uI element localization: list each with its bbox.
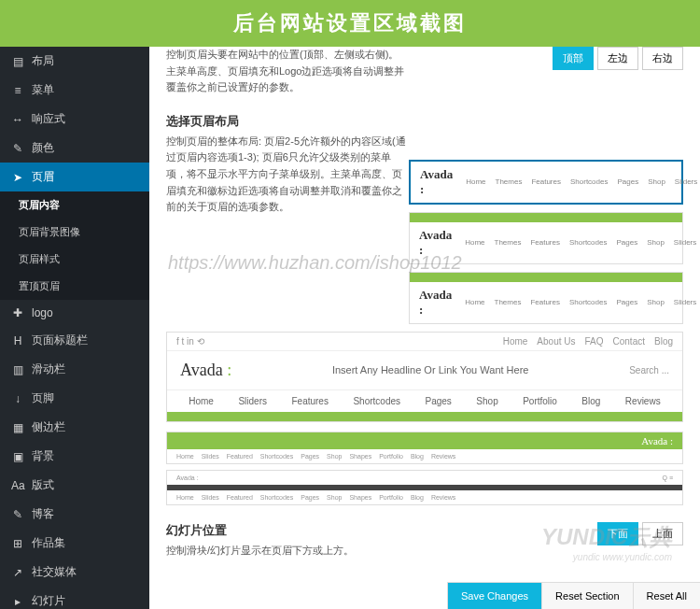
- header-preview-wide[interactable]: f t in ⟲ HomeAbout UsFAQContactBlog Avad…: [166, 332, 683, 422]
- menu-icon: ▸: [11, 595, 24, 608]
- header-position-section: 控制页眉头要在网站中的位置(顶部、左侧或右侧)。主菜单高度、页眉填充和Logo边…: [166, 47, 683, 96]
- sidebar-item-页眉背景图像[interactable]: 页眉背景图像: [0, 219, 149, 246]
- position-right-button[interactable]: 右边: [642, 47, 683, 70]
- sidebar-item-页眉内容[interactable]: 页眉内容: [0, 191, 149, 219]
- sidebar-item-页脚[interactable]: ↓页脚: [0, 384, 149, 413]
- menu-icon: ↔: [11, 113, 24, 126]
- menu-icon: ✚: [11, 306, 24, 319]
- sidebar-item-社交媒体[interactable]: ↗社交媒体: [0, 558, 149, 587]
- page-banner: 后台网站设置区域截图: [0, 0, 700, 47]
- header-preview-1[interactable]: Avada : HomeThemesFeaturesShortcodesPage…: [409, 160, 683, 205]
- sidebar-item-侧边栏[interactable]: ▦侧边栏: [0, 413, 149, 442]
- sidebar-item-页面标题栏[interactable]: H页面标题栏: [0, 326, 149, 355]
- slide-position-desc: 控制滑块/幻灯片显示在页眉下方或上方。: [166, 543, 409, 559]
- slide-position-title: 幻灯片位置: [166, 522, 579, 539]
- header-position-options: 顶部 左边 右边: [553, 47, 683, 70]
- menu-icon: ↓: [11, 392, 24, 405]
- menu-icon: ⊞: [11, 537, 24, 550]
- menu-icon: ▥: [11, 363, 24, 376]
- sidebar-item-logo[interactable]: ✚logo: [0, 300, 149, 326]
- header-layout-title: 选择页眉布局: [166, 113, 683, 130]
- sidebar-item-布局[interactable]: ▤布局: [0, 47, 149, 76]
- slide-position-options: 下面 上面: [597, 522, 683, 545]
- menu-icon: Aa: [11, 479, 24, 492]
- header-preview-3[interactable]: Avada : HomeThemesFeaturesShortcodesPage…: [409, 272, 683, 324]
- footer-actions: Save Changes Reset Section Reset All: [447, 582, 700, 609]
- save-changes-button[interactable]: Save Changes: [447, 583, 541, 609]
- main-layout: ▤布局≡菜单↔响应式✎颜色➤页眉页眉内容页眉背景图像页眉样式置顶页眉✚logoH…: [0, 47, 700, 609]
- header-layout-previews: Avada : HomeThemesFeaturesShortcodesPage…: [409, 160, 683, 324]
- header-preview-small-2[interactable]: Avada :Q ≡ HomeSlidesFeaturedShortcodesP…: [166, 470, 683, 505]
- content-area: 控制页眉头要在网站中的位置(顶部、左侧或右侧)。主菜单高度、页眉填充和Logo边…: [149, 47, 700, 609]
- sidebar-item-博客[interactable]: ✎博客: [0, 500, 149, 529]
- preview-search: Search ...: [629, 365, 669, 375]
- preview-brand-large: Avada :: [180, 361, 231, 380]
- header-preview-small-1[interactable]: Avada : HomeSlidesFeaturedShortcodesPage…: [166, 432, 683, 464]
- preview-brand: Avada :: [419, 228, 452, 258]
- settings-sidebar: ▤布局≡菜单↔响应式✎颜色➤页眉页眉内容页眉背景图像页眉样式置顶页眉✚logoH…: [0, 47, 149, 609]
- header-layout-desc: 控制页眉的整体布局: 页眉2-5允许额外的内容区域(通过页眉内容选项1-3); …: [166, 134, 409, 216]
- sidebar-item-菜单[interactable]: ≡菜单: [0, 76, 149, 105]
- sidebar-item-背景[interactable]: ▣背景: [0, 442, 149, 471]
- menu-icon: ✎: [11, 508, 24, 521]
- slide-below-button[interactable]: 下面: [597, 522, 638, 545]
- slide-position-section: 幻灯片位置 控制滑块/幻灯片显示在页眉下方或上方。 下面 上面: [166, 522, 683, 559]
- preview-brand: Avada :: [420, 167, 453, 197]
- menu-icon: ✎: [11, 142, 24, 155]
- sidebar-item-滑动栏[interactable]: ▥滑动栏: [0, 355, 149, 384]
- position-left-button[interactable]: 左边: [597, 47, 638, 70]
- sidebar-item-响应式[interactable]: ↔响应式: [0, 105, 149, 134]
- sidebar-item-页眉样式[interactable]: 页眉样式: [0, 246, 149, 273]
- preview-tagline: Insert Any Headline Or Link You Want Her…: [245, 364, 616, 375]
- reset-section-button[interactable]: Reset Section: [541, 583, 632, 609]
- search-icon: Q ≡: [663, 474, 673, 481]
- header-position-desc: 控制页眉头要在网站中的位置(顶部、左侧或右侧)。主菜单高度、页眉填充和Logo边…: [166, 47, 409, 96]
- reset-all-button[interactable]: Reset All: [633, 583, 700, 609]
- header-preview-2[interactable]: Avada : HomeThemesFeaturesShortcodesPage…: [409, 212, 683, 264]
- sidebar-item-幻灯片[interactable]: ▸幻灯片: [0, 587, 149, 609]
- sidebar-item-版式[interactable]: Aa版式: [0, 471, 149, 500]
- sidebar-item-页眉[interactable]: ➤页眉: [0, 163, 149, 191]
- header-layout-section: 选择页眉布局 控制页眉的整体布局: 页眉2-5允许额外的内容区域(通过页眉内容选…: [166, 113, 683, 505]
- menu-icon: ↗: [11, 566, 24, 579]
- preview-brand: Avada :: [419, 288, 452, 318]
- menu-icon: ▦: [11, 421, 24, 434]
- sidebar-item-颜色[interactable]: ✎颜色: [0, 134, 149, 163]
- menu-icon: ≡: [11, 84, 24, 97]
- slide-above-button[interactable]: 上面: [642, 522, 683, 545]
- sidebar-item-置顶页眉[interactable]: 置顶页眉: [0, 273, 149, 300]
- position-top-button[interactable]: 顶部: [553, 47, 594, 70]
- menu-icon: ▤: [11, 55, 24, 68]
- menu-icon: ▣: [11, 450, 24, 463]
- sidebar-item-作品集[interactable]: ⊞作品集: [0, 529, 149, 558]
- menu-icon: ➤: [11, 171, 24, 184]
- menu-icon: H: [11, 334, 24, 347]
